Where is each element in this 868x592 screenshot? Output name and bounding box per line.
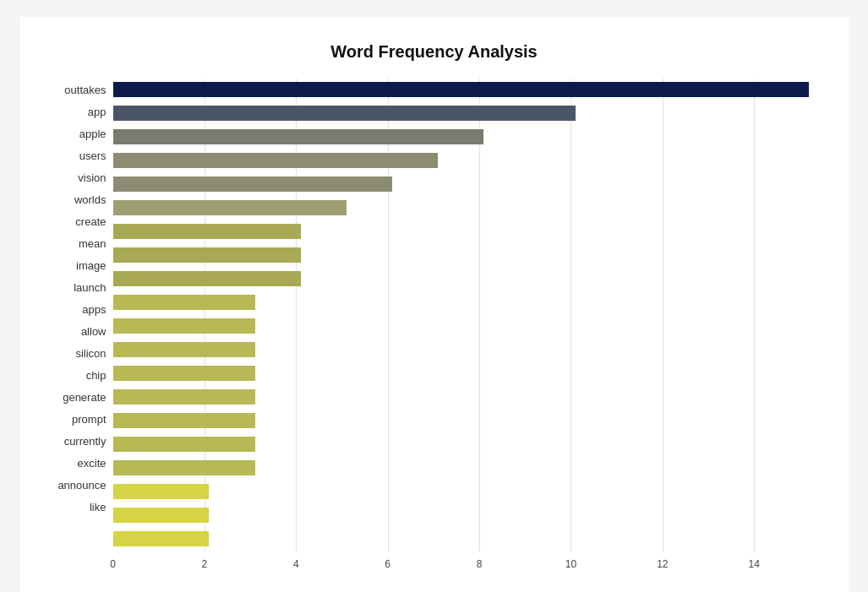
y-label: vision [78,166,106,188]
y-label: announce [57,474,106,496]
y-label: prompt [72,408,106,430]
bar-row [113,528,823,550]
y-label: apps [82,298,106,320]
bar-row [113,481,823,502]
bar [113,531,210,546]
bars-and-grid: 02468101214 Frequency [113,79,823,592]
bar-row [113,126,823,148]
chart-container: Word Frequency Analysis outtakesappapple… [20,17,849,592]
bar-row [113,173,823,195]
y-label: chip [86,364,106,386]
bar [113,484,210,499]
y-label: mean [79,232,106,254]
y-label: allow [81,320,106,342]
bar [113,460,255,475]
bar [113,342,255,357]
chart-area: outtakesappappleusersvisionworldscreatem… [46,79,823,592]
bar-row [113,268,823,290]
y-label: create [75,210,106,232]
x-tick: 0 [110,558,116,570]
x-tick: 2 [202,558,208,570]
chart-title: Word Frequency Analysis [46,42,823,62]
y-label: silicon [75,342,106,364]
y-axis-labels: outtakesappappleusersvisionworldscreatem… [46,79,113,592]
x-axis: 02468101214 [113,551,823,580]
y-label: app [88,100,106,122]
bar [113,247,301,263]
bar [113,295,255,310]
bar [113,318,255,334]
bar [113,413,255,428]
bar-row [113,504,823,526]
bars-container [113,79,823,551]
bar [113,153,439,168]
bar [113,389,255,405]
bar [113,366,255,381]
bar-row [113,244,823,266]
bar-row [113,291,823,313]
bar-row [113,386,823,408]
bar [113,106,576,121]
y-label: worlds [74,188,106,210]
bar [113,437,255,452]
bar-row [113,315,823,337]
bar [113,177,393,192]
bar-row [113,197,823,219]
y-label: excite [78,452,106,474]
bar-row [113,220,823,242]
y-label: launch [74,276,106,298]
bar [113,271,301,286]
bar [113,224,301,239]
y-label: outtakes [64,79,106,100]
bar [113,508,210,523]
y-label: apple [79,122,106,144]
bar-row [113,79,823,100]
y-label: image [76,254,106,276]
bar-row [113,410,823,432]
bar-row [113,149,823,171]
x-tick: 12 [657,558,668,570]
bar [113,129,484,144]
bar [113,82,810,97]
x-tick: 6 [385,558,390,570]
bar-row [113,339,823,361]
bar [113,200,347,215]
y-label: users [79,144,106,166]
x-tick: 14 [749,558,760,570]
grid-and-bars [113,79,823,551]
y-label: like [90,496,106,518]
bar-row [113,102,823,124]
bar-row [113,433,823,455]
y-label: generate [63,386,106,408]
bar-row [113,362,823,384]
bar-row [113,457,823,479]
x-tick: 10 [565,558,576,570]
x-tick: 8 [477,558,483,570]
x-tick: 4 [293,558,299,570]
y-label: currently [64,430,106,452]
